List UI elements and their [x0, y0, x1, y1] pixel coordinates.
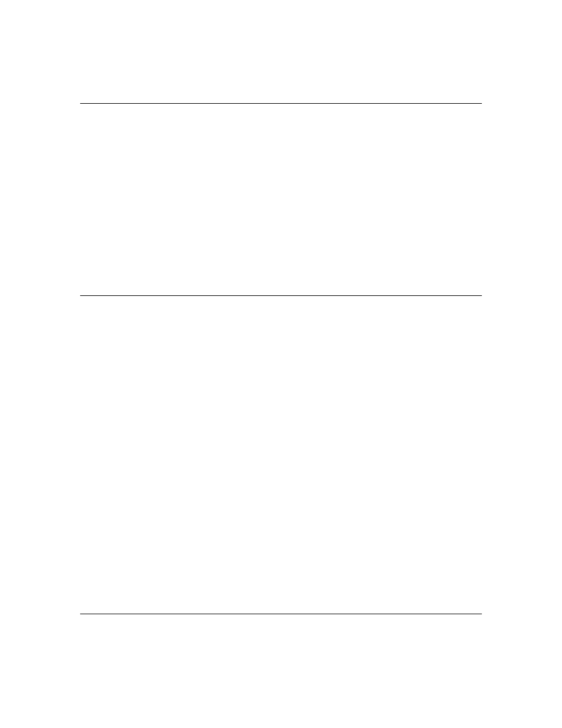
document-page: [0, 0, 562, 728]
horizontal-rule: [80, 295, 482, 296]
horizontal-rule: [80, 614, 482, 614]
horizontal-rule: [80, 103, 482, 104]
